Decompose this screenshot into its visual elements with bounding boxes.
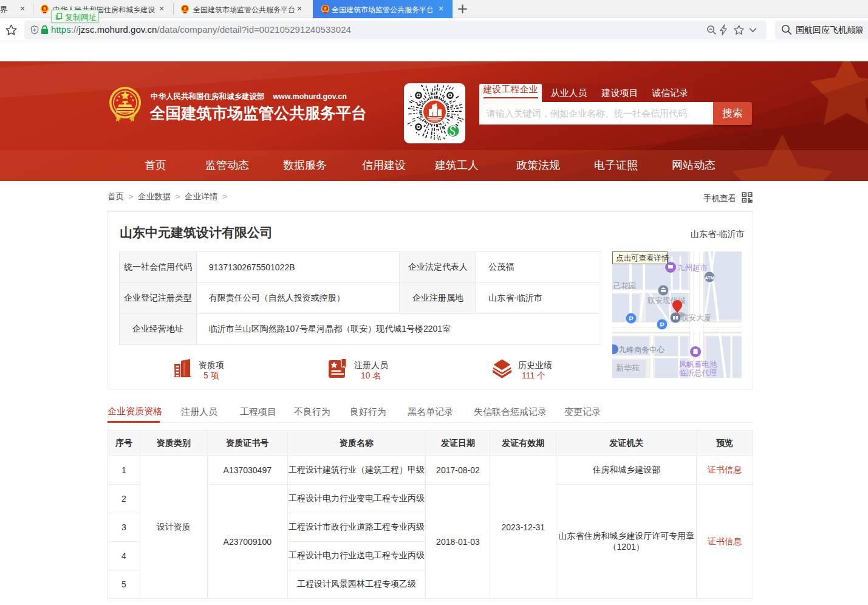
svg-text:点击可查看详情: 点击可查看详情	[616, 254, 669, 262]
svg-text:己花园: 己花园	[613, 282, 637, 290]
svg-text:联安大厦: 联安大厦	[680, 313, 711, 322]
svg-text:九峰商务中心: 九峰商务中心	[619, 346, 665, 354]
svg-text:风帆蓄电池: 风帆蓄电池	[679, 360, 717, 369]
svg-text:临沂总代理: 临沂总代理	[679, 369, 717, 377]
svg-text:九州超市: 九州超市	[677, 264, 708, 272]
svg-text:新华苑: 新华苑	[616, 363, 640, 372]
